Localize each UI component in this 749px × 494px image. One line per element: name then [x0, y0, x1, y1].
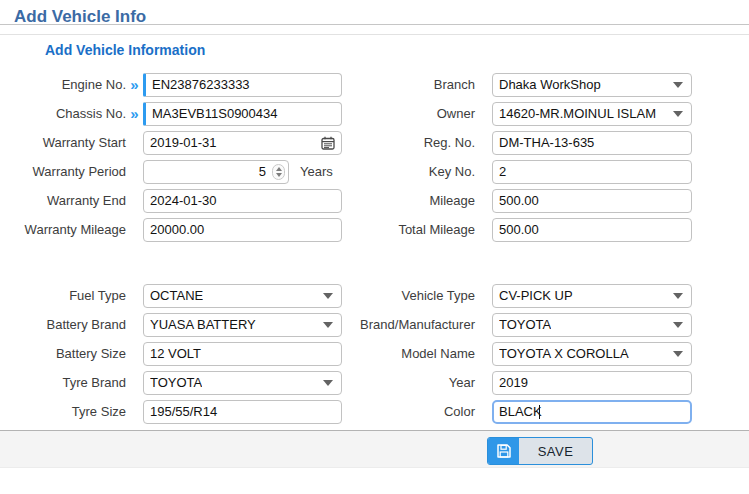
- year-label: Year: [355, 375, 475, 390]
- tyre-brand-select[interactable]: TOYOTA: [143, 371, 342, 395]
- stepper-up-icon[interactable]: [276, 167, 282, 171]
- caret-down-icon: [323, 322, 333, 328]
- form-row: Battery Brand YUASA BATTERY Brand/Manufa…: [0, 310, 749, 339]
- fuel-type-selected-value: OCTANE: [150, 288, 203, 303]
- caret-down-icon: [673, 82, 683, 88]
- required-icon: »: [126, 106, 143, 121]
- caret-down-icon: [673, 111, 683, 117]
- form-row: Warranty Period Years Key No.: [0, 157, 749, 186]
- chassis-no-input[interactable]: [143, 102, 342, 126]
- battery-brand-selected-value: YUASA BATTERY: [150, 317, 256, 332]
- save-button-label: SAVE: [519, 438, 592, 464]
- divider: [0, 34, 749, 35]
- year-input[interactable]: [492, 371, 692, 395]
- warranty-end-label: Warranty End: [0, 193, 126, 208]
- form-row: Tyre Size Color: [0, 397, 749, 426]
- chassis-no-label: Chassis No.: [0, 106, 126, 121]
- branch-selected-value: Dhaka WorkShop: [499, 77, 601, 92]
- warranty-mileage-label: Warranty Mileage: [0, 222, 126, 237]
- warranty-mileage-input[interactable]: [143, 218, 342, 242]
- add-vehicle-page: Add Vehicle Info Add Vehicle Information…: [0, 0, 749, 494]
- color-label: Color: [355, 404, 475, 419]
- warranty-start-input[interactable]: [143, 131, 342, 155]
- battery-brand-label: Battery Brand: [0, 317, 126, 332]
- reg-no-input[interactable]: [492, 131, 692, 155]
- form-row: Engine No. » Branch Dhaka WorkShop: [0, 70, 749, 99]
- save-button[interactable]: SAVE: [487, 437, 593, 465]
- vehicle-form: Engine No. » Branch Dhaka WorkShop: [0, 70, 749, 426]
- branch-select[interactable]: Dhaka WorkShop: [492, 73, 692, 97]
- stepper-down-icon[interactable]: [276, 173, 282, 177]
- form-row: Chassis No. » Owner 14620-MR.MOINUL ISLA…: [0, 99, 749, 128]
- owner-selected-value: 14620-MR.MOINUL ISLAM: [499, 106, 656, 121]
- floppy-disk-icon: [488, 438, 519, 464]
- vehicle-type-selected-value: CV-PICK UP: [499, 288, 573, 303]
- brand-manufacturer-selected-value: TOYOTA: [499, 317, 551, 332]
- page-title: Add Vehicle Info: [0, 0, 749, 22]
- tyre-brand-label: Tyre Brand: [0, 375, 126, 390]
- branch-label: Branch: [355, 77, 475, 92]
- engine-no-label: Engine No.: [0, 77, 126, 92]
- form-row: Warranty End Mileage: [0, 186, 749, 215]
- caret-down-icon: [673, 351, 683, 357]
- brand-manufacturer-select[interactable]: TOYOTA: [492, 313, 692, 337]
- calendar-icon[interactable]: [321, 136, 335, 150]
- caret-down-icon: [323, 293, 333, 299]
- warranty-period-input[interactable]: [143, 160, 289, 184]
- required-icon: »: [126, 77, 143, 92]
- warranty-period-label: Warranty Period: [0, 164, 126, 179]
- brand-manufacturer-label: Brand/Manufacturer: [355, 317, 475, 332]
- section-title: Add Vehicle Information: [45, 42, 749, 60]
- mileage-input[interactable]: [492, 189, 692, 213]
- vehicle-type-select[interactable]: CV-PICK UP: [492, 284, 692, 308]
- battery-size-label: Battery Size: [0, 346, 126, 361]
- total-mileage-label: Total Mileage: [355, 222, 475, 237]
- tyre-size-label: Tyre Size: [0, 404, 126, 419]
- engine-no-input[interactable]: [143, 73, 342, 97]
- form-footer: SAVE: [0, 430, 749, 468]
- years-suffix-label: Years: [300, 164, 333, 179]
- form-row: Fuel Type OCTANE Vehicle Type CV-PICK UP: [0, 281, 749, 310]
- model-name-select[interactable]: TOYOTA X COROLLA: [492, 342, 692, 366]
- battery-size-input[interactable]: [143, 342, 342, 366]
- vehicle-type-label: Vehicle Type: [355, 288, 475, 303]
- form-row: Battery Size Model Name TOYOTA X COROLLA: [0, 339, 749, 368]
- owner-label: Owner: [355, 106, 475, 121]
- fuel-type-label: Fuel Type: [0, 288, 126, 303]
- tyre-size-input[interactable]: [143, 400, 342, 424]
- battery-brand-select[interactable]: YUASA BATTERY: [143, 313, 342, 337]
- reg-no-label: Reg. No.: [355, 135, 475, 150]
- color-input[interactable]: [492, 400, 692, 424]
- mileage-label: Mileage: [355, 193, 475, 208]
- form-row: Warranty Mileage Total Mileage: [0, 215, 749, 244]
- text-cursor: [539, 405, 540, 419]
- key-no-input[interactable]: [492, 160, 692, 184]
- total-mileage-input[interactable]: [492, 218, 692, 242]
- section-gap: [0, 244, 749, 281]
- form-row: Tyre Brand TOYOTA Year: [0, 368, 749, 397]
- model-name-selected-value: TOYOTA X COROLLA: [499, 346, 629, 361]
- form-row: Warranty Start: [0, 128, 749, 157]
- caret-down-icon: [673, 322, 683, 328]
- owner-select[interactable]: 14620-MR.MOINUL ISLAM: [492, 102, 692, 126]
- warranty-start-label: Warranty Start: [0, 135, 126, 150]
- fuel-type-select[interactable]: OCTANE: [143, 284, 342, 308]
- stepper-icon[interactable]: [272, 164, 285, 180]
- warranty-end-input[interactable]: [143, 189, 342, 213]
- key-no-label: Key No.: [355, 164, 475, 179]
- caret-down-icon: [673, 293, 683, 299]
- tyre-brand-selected-value: TOYOTA: [150, 375, 202, 390]
- model-name-label: Model Name: [355, 346, 475, 361]
- caret-down-icon: [323, 380, 333, 386]
